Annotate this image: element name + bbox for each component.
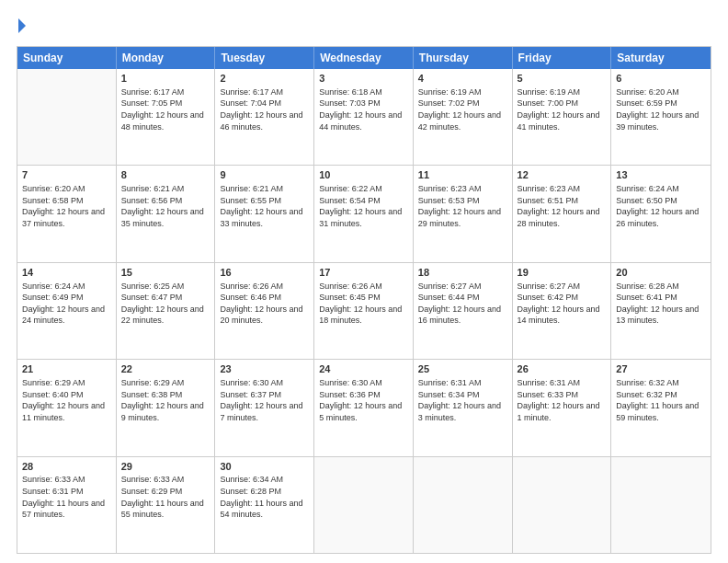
- day-number: 6: [616, 72, 706, 86]
- cell-info: Sunrise: 6:23 AMSunset: 6:53 PMDaylight:…: [418, 183, 507, 229]
- day-number: 21: [22, 362, 111, 376]
- cell-info: Sunrise: 6:33 AMSunset: 6:29 PMDaylight:…: [121, 474, 210, 520]
- calendar-cell: [314, 457, 414, 553]
- cell-info: Sunrise: 6:26 AMSunset: 6:46 PMDaylight:…: [220, 281, 309, 327]
- cell-info: Sunrise: 6:30 AMSunset: 6:36 PMDaylight:…: [319, 377, 408, 423]
- calendar-cell: 8Sunrise: 6:21 AMSunset: 6:56 PMDaylight…: [117, 166, 216, 261]
- calendar-cell: 22Sunrise: 6:29 AMSunset: 6:38 PMDayligh…: [117, 360, 216, 455]
- logo-text: [17, 18, 26, 39]
- cell-info: Sunrise: 6:29 AMSunset: 6:40 PMDaylight:…: [22, 377, 111, 423]
- day-number: 28: [22, 460, 111, 474]
- cell-info: Sunrise: 6:17 AMSunset: 7:04 PMDaylight:…: [220, 86, 309, 132]
- calendar-cell: 2Sunrise: 6:17 AMSunset: 7:04 PMDaylight…: [215, 69, 314, 165]
- day-number: 19: [518, 266, 607, 280]
- logo-triangle-icon: [18, 18, 26, 33]
- calendar-cell: 10Sunrise: 6:22 AMSunset: 6:54 PMDayligh…: [314, 166, 414, 261]
- day-number: 11: [418, 168, 507, 182]
- calendar-cell: 4Sunrise: 6:19 AMSunset: 7:02 PMDaylight…: [414, 69, 513, 165]
- day-number: 14: [22, 266, 111, 280]
- calendar-cell: 6Sunrise: 6:20 AMSunset: 6:59 PMDaylight…: [611, 69, 711, 165]
- cell-info: Sunrise: 6:29 AMSunset: 6:38 PMDaylight:…: [121, 377, 210, 423]
- calendar-cell: 18Sunrise: 6:27 AMSunset: 6:44 PMDayligh…: [414, 263, 513, 359]
- day-number: 30: [220, 460, 309, 474]
- day-number: 8: [121, 168, 210, 182]
- cell-info: Sunrise: 6:21 AMSunset: 6:55 PMDaylight:…: [220, 183, 309, 229]
- day-number: 9: [220, 168, 309, 182]
- cell-info: Sunrise: 6:17 AMSunset: 7:05 PMDaylight:…: [121, 86, 210, 132]
- calendar-cell: 19Sunrise: 6:27 AMSunset: 6:42 PMDayligh…: [513, 263, 612, 359]
- calendar-cell: 12Sunrise: 6:23 AMSunset: 6:51 PMDayligh…: [513, 166, 612, 261]
- calendar-cell: 30Sunrise: 6:34 AMSunset: 6:28 PMDayligh…: [215, 457, 314, 553]
- calendar-cell: 23Sunrise: 6:30 AMSunset: 6:37 PMDayligh…: [215, 360, 314, 455]
- day-number: 1: [121, 72, 210, 86]
- calendar-cell: 11Sunrise: 6:23 AMSunset: 6:53 PMDayligh…: [414, 166, 513, 261]
- calendar-header-day: Tuesday: [215, 47, 314, 69]
- calendar-cell: 3Sunrise: 6:18 AMSunset: 7:03 PMDaylight…: [314, 69, 414, 165]
- cell-info: Sunrise: 6:22 AMSunset: 6:54 PMDaylight:…: [319, 183, 408, 229]
- cell-info: Sunrise: 6:24 AMSunset: 6:49 PMDaylight:…: [22, 281, 111, 327]
- cell-info: Sunrise: 6:28 AMSunset: 6:41 PMDaylight:…: [616, 281, 706, 327]
- calendar-cell: 15Sunrise: 6:25 AMSunset: 6:47 PMDayligh…: [117, 263, 216, 359]
- calendar-header-day: Sunday: [17, 47, 117, 69]
- calendar-cell: 29Sunrise: 6:33 AMSunset: 6:29 PMDayligh…: [117, 457, 216, 553]
- cell-info: Sunrise: 6:31 AMSunset: 6:34 PMDaylight:…: [418, 377, 507, 423]
- day-number: 13: [616, 168, 706, 182]
- day-number: 12: [518, 168, 607, 182]
- calendar-cell: [611, 457, 711, 553]
- calendar: SundayMondayTuesdayWednesdayThursdayFrid…: [17, 46, 711, 554]
- calendar-row: 21Sunrise: 6:29 AMSunset: 6:40 PMDayligh…: [17, 360, 711, 456]
- logo: [17, 18, 26, 39]
- cell-info: Sunrise: 6:26 AMSunset: 6:45 PMDaylight:…: [319, 281, 408, 327]
- cell-info: Sunrise: 6:19 AMSunset: 7:00 PMDaylight:…: [518, 86, 607, 132]
- calendar-cell: 5Sunrise: 6:19 AMSunset: 7:00 PMDaylight…: [513, 69, 612, 165]
- cell-info: Sunrise: 6:20 AMSunset: 6:58 PMDaylight:…: [22, 183, 111, 229]
- calendar-cell: 9Sunrise: 6:21 AMSunset: 6:55 PMDaylight…: [215, 166, 314, 261]
- cell-info: Sunrise: 6:19 AMSunset: 7:02 PMDaylight:…: [418, 86, 507, 132]
- calendar-header-day: Monday: [117, 47, 216, 69]
- cell-info: Sunrise: 6:27 AMSunset: 6:44 PMDaylight:…: [418, 281, 507, 327]
- cell-info: Sunrise: 6:33 AMSunset: 6:31 PMDaylight:…: [22, 474, 111, 520]
- cell-info: Sunrise: 6:25 AMSunset: 6:47 PMDaylight:…: [121, 281, 210, 327]
- calendar-header-day: Thursday: [414, 47, 513, 69]
- logo-blue: [17, 18, 26, 39]
- day-number: 17: [319, 266, 408, 280]
- cell-info: Sunrise: 6:24 AMSunset: 6:50 PMDaylight:…: [616, 183, 706, 229]
- day-number: 23: [220, 362, 309, 376]
- day-number: 22: [121, 362, 210, 376]
- day-number: 2: [220, 72, 309, 86]
- day-number: 29: [121, 460, 210, 474]
- calendar-header-day: Wednesday: [314, 47, 414, 69]
- calendar-header-day: Friday: [513, 47, 612, 69]
- day-number: 27: [616, 362, 706, 376]
- calendar-body: 1Sunrise: 6:17 AMSunset: 7:05 PMDaylight…: [17, 69, 711, 553]
- calendar-cell: 27Sunrise: 6:32 AMSunset: 6:32 PMDayligh…: [611, 360, 711, 455]
- day-number: 7: [22, 168, 111, 182]
- calendar-cell: 7Sunrise: 6:20 AMSunset: 6:58 PMDaylight…: [17, 166, 117, 261]
- calendar-cell: 17Sunrise: 6:26 AMSunset: 6:45 PMDayligh…: [314, 263, 414, 359]
- day-number: 15: [121, 266, 210, 280]
- cell-info: Sunrise: 6:27 AMSunset: 6:42 PMDaylight:…: [518, 281, 607, 327]
- cell-info: Sunrise: 6:21 AMSunset: 6:56 PMDaylight:…: [121, 183, 210, 229]
- day-number: 24: [319, 362, 408, 376]
- day-number: 4: [418, 72, 507, 86]
- cell-info: Sunrise: 6:30 AMSunset: 6:37 PMDaylight:…: [220, 377, 309, 423]
- cell-info: Sunrise: 6:32 AMSunset: 6:32 PMDaylight:…: [616, 377, 706, 423]
- calendar-cell: 20Sunrise: 6:28 AMSunset: 6:41 PMDayligh…: [611, 263, 711, 359]
- cell-info: Sunrise: 6:34 AMSunset: 6:28 PMDaylight:…: [220, 474, 309, 520]
- cell-info: Sunrise: 6:20 AMSunset: 6:59 PMDaylight:…: [616, 86, 706, 132]
- calendar-row: 7Sunrise: 6:20 AMSunset: 6:58 PMDaylight…: [17, 166, 711, 262]
- calendar-cell: 1Sunrise: 6:17 AMSunset: 7:05 PMDaylight…: [117, 69, 216, 165]
- calendar-cell: 24Sunrise: 6:30 AMSunset: 6:36 PMDayligh…: [314, 360, 414, 455]
- day-number: 26: [518, 362, 607, 376]
- page: SundayMondayTuesdayWednesdayThursdayFrid…: [0, 0, 728, 563]
- day-number: 18: [418, 266, 507, 280]
- cell-info: Sunrise: 6:31 AMSunset: 6:33 PMDaylight:…: [518, 377, 607, 423]
- calendar-cell: [414, 457, 513, 553]
- day-number: 3: [319, 72, 408, 86]
- calendar-cell: 26Sunrise: 6:31 AMSunset: 6:33 PMDayligh…: [513, 360, 612, 455]
- day-number: 16: [220, 266, 309, 280]
- day-number: 25: [418, 362, 507, 376]
- calendar-header: SundayMondayTuesdayWednesdayThursdayFrid…: [17, 47, 711, 69]
- calendar-row: 14Sunrise: 6:24 AMSunset: 6:49 PMDayligh…: [17, 263, 711, 360]
- calendar-cell: [513, 457, 612, 553]
